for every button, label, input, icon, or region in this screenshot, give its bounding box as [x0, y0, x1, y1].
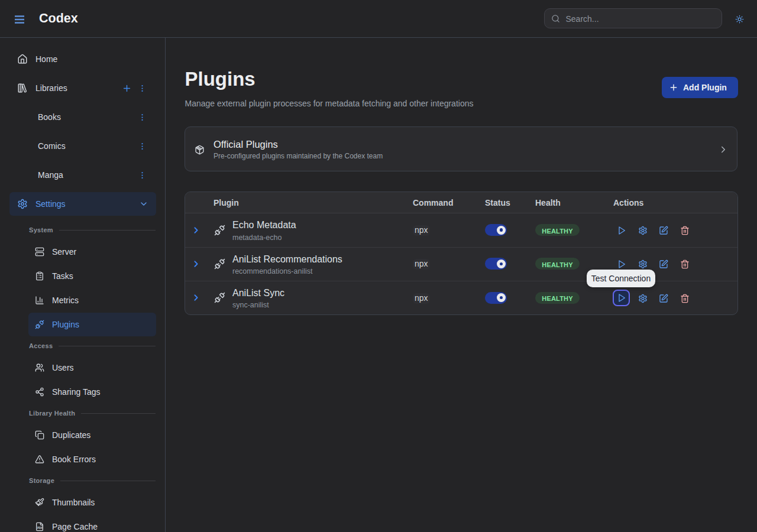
- svg-text:PDF: PDF: [37, 527, 43, 530]
